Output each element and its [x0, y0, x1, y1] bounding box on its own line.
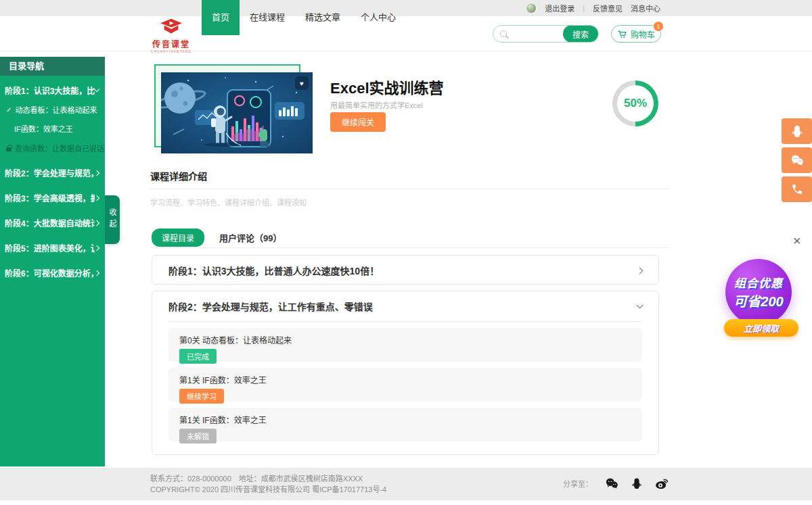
lesson-locked-button: 未解锁	[179, 429, 217, 443]
footer-share: 分享至：	[563, 476, 669, 491]
lesson-card: 第1关 IF函数：效率之王 继续学习	[168, 368, 642, 402]
cart-icon	[617, 29, 627, 39]
sidebar-lesson-current[interactable]: IF函数：效率之王	[0, 123, 105, 134]
lesson-continue-button[interactable]: 继续学习	[179, 389, 224, 404]
chevron-right-icon	[94, 220, 99, 225]
feedback-link[interactable]: 反馈意见	[593, 3, 623, 14]
check-icon: ✓	[6, 106, 12, 114]
accordion-stage-1: 阶段1：认识3大技能，比普通人办公速度快10倍！	[152, 255, 659, 285]
logo-subtitle: CHUANYINKETANG	[151, 49, 191, 53]
lesson-card: 第1关 IF函数：效率之王 未解锁	[168, 408, 642, 441]
wechat-icon	[790, 153, 805, 168]
sidebar-title: 目录导航	[0, 57, 105, 76]
nav-item-home[interactable]: 首页	[202, 0, 240, 35]
accordion-stage-2-header[interactable]: 阶段2：学会处理与规范，让工作有重点、零错误	[152, 291, 658, 321]
lesson-completed-button[interactable]: 已完成	[179, 349, 217, 364]
message-center-link[interactable]: 消息中心	[631, 3, 660, 14]
lesson-card: 第0关 动态看板：让表格动起来 已完成	[168, 328, 642, 362]
logo-title: 传音课堂	[152, 38, 190, 49]
course-subtitle: 用最简单实用的方式学Excel	[330, 99, 423, 110]
footer-contact: 联系方式：028-0000000 地址：成都市武侯区槐树店南路XXXX	[150, 473, 386, 484]
share-label: 分享至：	[563, 478, 593, 489]
sidebar-stage-4[interactable]: 阶段4：大批数据自动统计分析，...	[0, 217, 105, 229]
promo-text-line1: 组合优惠	[734, 274, 783, 291]
cart-label: 购物车	[631, 28, 655, 40]
site-logo[interactable]: 传音课堂 CHUANYINKETANG	[150, 18, 192, 53]
chevron-right-icon	[94, 270, 99, 275]
share-wechat-icon[interactable]	[604, 476, 619, 491]
cart-button[interactable]: 购物车 1	[611, 25, 661, 43]
page-footer: 联系方式：028-0000000 地址：成都市武侯区槐树店南路XXXX COPY…	[0, 468, 812, 500]
catalog-sidebar: 目录导航 阶段1：认识3大技能，比普通人... ✓ 动态看板：让表格动起来 IF…	[0, 57, 105, 466]
tab-catalog[interactable]: 课程目录	[152, 229, 204, 247]
chevron-down-icon	[94, 87, 99, 92]
sidebar-lesson-locked: 查询函数：让数据自己说话	[0, 143, 105, 153]
tab-comments[interactable]: 用户评论（99）	[219, 231, 281, 244]
wechat-contact-button[interactable]	[782, 147, 812, 173]
chevron-right-icon	[94, 170, 99, 175]
qq-icon	[790, 124, 804, 138]
sidebar-lesson-done[interactable]: ✓ 动态看板：让表格动起来	[0, 104, 105, 115]
sidebar-stage-1[interactable]: 阶段1：认识3大技能，比普通人...	[0, 85, 105, 96]
search-icon	[500, 30, 507, 37]
sidebar-stage-6[interactable]: 阶段6：可视化数据分析，帮老板...	[0, 267, 105, 279]
progress-value: 50%	[617, 85, 654, 122]
topbar-divider: |	[583, 4, 585, 12]
share-weibo-icon[interactable]	[654, 476, 669, 491]
share-qq-icon[interactable]	[631, 477, 643, 490]
accordion-stage-2: 阶段2：学会处理与规范，让工作有重点、零错误 第0关 动态看板：让表格动起来 已…	[152, 291, 659, 455]
logout-link[interactable]: 退出登录	[545, 3, 574, 14]
favorite-heart-icon[interactable]: ♥	[295, 76, 309, 90]
section-divider	[150, 189, 669, 189]
sidebar-stage-5[interactable]: 阶段5：进阶图表美化，让汇报一...	[0, 242, 105, 254]
continue-challenge-button[interactable]: 继续闯关	[330, 112, 386, 132]
sidebar-stage-2[interactable]: 阶段2：学会处理与规范，让工作...	[0, 167, 105, 178]
chevron-down-icon	[637, 302, 644, 308]
logo-icon	[158, 18, 184, 37]
course-title: Excel实战训练营	[330, 76, 444, 97]
search-bar: 搜索	[493, 25, 599, 43]
sidebar-stage-3[interactable]: 阶段3：学会高级透视，拥有同时...	[0, 192, 105, 203]
chevron-right-icon	[94, 195, 99, 200]
chevron-right-icon	[94, 245, 99, 250]
cart-count-badge: 1	[654, 22, 663, 31]
user-avatar[interactable]	[526, 3, 537, 14]
qq-contact-button[interactable]	[782, 118, 812, 144]
nav-item-courses[interactable]: 在线课程	[240, 0, 295, 35]
footer-copyright: COPYRIGHT© 2020 四川传音课堂科技有限公司 蜀ICP备170177…	[150, 484, 386, 495]
promo-text-line2: 可省200	[734, 291, 783, 310]
chevron-right-icon	[637, 267, 644, 274]
phone-contact-button[interactable]	[782, 176, 812, 202]
promo-close-icon[interactable]: ×	[793, 234, 801, 247]
search-button[interactable]: 搜索	[563, 25, 598, 43]
lock-icon	[6, 147, 12, 151]
detail-section-heading: 课程详细介绍	[150, 169, 207, 183]
nav-item-articles[interactable]: 精选文章	[295, 0, 351, 35]
progress-ring: 50%	[612, 80, 658, 126]
course-cover[interactable]: ♥	[161, 72, 313, 153]
phone-icon	[791, 183, 803, 195]
floating-contact-stack	[782, 118, 812, 202]
promo-claim-button[interactable]: 立即领取	[724, 319, 798, 337]
tabs-divider	[150, 247, 669, 248]
search-input[interactable]	[507, 26, 563, 42]
detail-description: 学习流程、学习特色、课程详细介绍、课程须知	[150, 197, 307, 208]
course-tabs: 课程目录 用户评论（99）	[152, 229, 281, 247]
promo-badge[interactable]: 组合优惠 可省200	[725, 259, 792, 325]
course-cover-illustration	[161, 72, 313, 153]
accordion-stage-1-header[interactable]: 阶段1：认识3大技能，比普通人办公速度快10倍！	[152, 256, 658, 285]
sidebar-collapse-handle[interactable]: 收起	[105, 195, 120, 244]
nav-menu: 首页 在线课程 精选文章 个人中心	[202, 0, 406, 35]
nav-item-profile[interactable]: 个人中心	[351, 0, 406, 35]
